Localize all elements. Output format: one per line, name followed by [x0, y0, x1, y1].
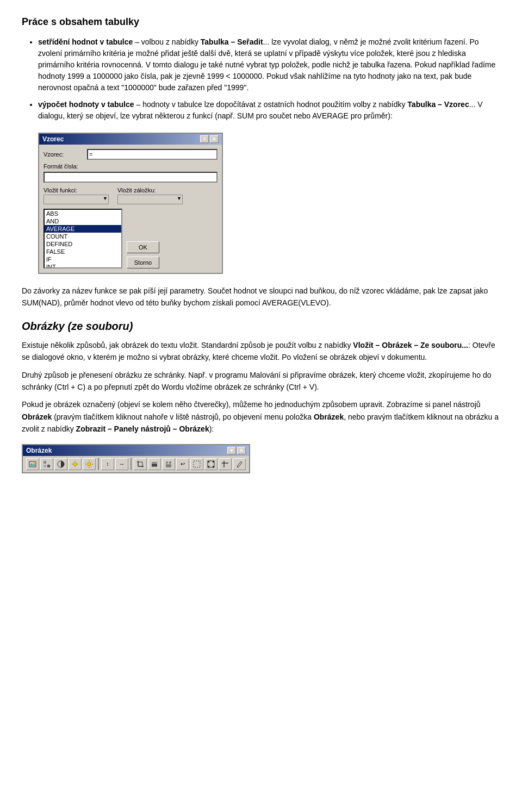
vlozit-funkci-label: Vložit funkci: [44, 187, 109, 193]
svg-point-8 [73, 463, 77, 466]
svg-point-13 [88, 463, 91, 466]
toolbar-obrazek-titlebar: Obrázek ▼ ✕ [23, 445, 249, 456]
svg-point-2 [33, 461, 35, 464]
sorting-bold2: Tabulka – Seřadit [201, 38, 263, 46]
svg-rect-37 [208, 461, 209, 463]
calc-bold: výpočet hodnoty v tabulce [38, 100, 134, 109]
section-obrazky-title: Obrázky (ze souboru) [22, 320, 500, 333]
toolbar-lineweight-button[interactable] [148, 458, 161, 470]
bullet-calc: výpočet hodnoty v tabulce – hodnoty v ta… [38, 99, 500, 122]
obrazky-para1: Existuje několik způsobů, jak obrázek do… [22, 339, 500, 364]
svg-line-21 [87, 466, 88, 466]
dialog-vzorec-titlebar: Vzorec ? ✕ [39, 134, 222, 145]
dialog-action-buttons: OK Storno [127, 209, 159, 268]
func-false[interactable]: FALSE [45, 248, 121, 255]
func-abs[interactable]: ABS [45, 210, 121, 217]
vlozit-funkci-select[interactable] [44, 195, 109, 204]
svg-rect-4 [47, 461, 50, 464]
func-average[interactable]: AVERAGE [45, 225, 121, 233]
obrazky-para3: Pokud je obrázek označený (objeví se kol… [22, 398, 500, 435]
svg-rect-40 [213, 466, 214, 467]
dialog-vzorec: Vzorec ? ✕ Vzorec: Formát čísla: Vložit … [38, 133, 223, 274]
vlozit-funkci-select-wrapper: ▼ [44, 195, 109, 204]
dialog-titlebar-buttons: ? ✕ [200, 135, 219, 143]
toolbar-textwrap-button[interactable] [162, 458, 175, 470]
toolbar-format-button[interactable] [204, 458, 217, 470]
obrazek-bold2: Obrázek [314, 413, 344, 421]
dialog-vzorec-title: Vzorec [42, 135, 64, 143]
toolbar-contrast-button[interactable] [54, 458, 67, 470]
toolbar-reset-button[interactable]: ↩ [176, 458, 189, 470]
svg-rect-38 [213, 461, 214, 463]
toolbar-crop2-button[interactable] [219, 458, 232, 470]
paragraph-after-dialog: Do závorky za název funkce se pak píší j… [22, 285, 500, 309]
svg-rect-35 [194, 461, 200, 467]
calc-text: výpočet hodnoty v tabulce – hodnoty v ta… [38, 100, 483, 120]
toolbar-close-button[interactable]: ✕ [237, 447, 246, 454]
func-and[interactable]: AND [45, 217, 121, 225]
func-row: Vložit funkci: ▼ Vložit záložku: [44, 187, 217, 204]
dialog-close-button[interactable]: ✕ [210, 135, 219, 143]
vzorec-row: Vzorec: [44, 149, 217, 160]
sorting-text: setřídění hodnot v tabulce – volbou z na… [38, 38, 495, 92]
vlozit-zalozku-select-wrapper: ▼ [117, 195, 183, 204]
svg-line-20 [91, 461, 91, 462]
dialog-help-button[interactable]: ? [200, 135, 209, 143]
function-listbox[interactable]: ABS AND AVERAGE COUNT DEFINED FALSE IF I… [44, 209, 122, 268]
format-input[interactable] [44, 172, 217, 183]
ok-button[interactable]: OK [127, 241, 159, 253]
svg-marker-44 [237, 461, 242, 467]
svg-rect-6 [47, 465, 50, 467]
vlozit-zalozku-col: Vložit záložku: ▼ [117, 187, 183, 204]
bullet-sorting: setřídění hodnot v tabulce – volbou z na… [38, 36, 500, 93]
toolbar-obrazek-body: ↕ ↔ ↩ [23, 456, 249, 472]
format-input-row [44, 172, 217, 183]
toolbar-brightness-button[interactable] [69, 458, 82, 470]
func-if[interactable]: IF [45, 255, 121, 263]
svg-rect-5 [44, 465, 46, 467]
vzorec-label: Vzorec: [44, 151, 87, 158]
listbox-buttons-row: ABS AND AVERAGE COUNT DEFINED FALSE IF I… [44, 209, 217, 268]
dialog-vzorec-body: Vzorec: Formát čísla: Vložit funkci: ▼ [39, 145, 222, 273]
dialog-vzorec-container: Vzorec ? ✕ Vzorec: Formát čísla: Vložit … [38, 133, 500, 274]
svg-rect-29 [166, 461, 168, 464]
svg-rect-39 [208, 466, 209, 467]
svg-line-18 [87, 461, 88, 462]
storno-button[interactable]: Storno [127, 257, 159, 268]
toolbar-obrazek-container: Obrázek ▼ ✕ ↕ ↔ [22, 444, 500, 473]
toolbar-title-buttons: ▼ ✕ [227, 447, 246, 454]
format-row: Formát čísla: [44, 163, 217, 170]
toolbar-obrazek-title: Obrázek [26, 447, 52, 454]
vlozit-zalozku-arrow-icon: ▼ [177, 196, 182, 201]
vlozit-funkci-arrow-icon: ▼ [103, 196, 108, 201]
vlozit-zalozku-select[interactable] [117, 195, 183, 204]
toolbar-separator2 [130, 458, 132, 470]
toolbar-insert-image-button[interactable] [26, 458, 39, 470]
toolbar-separator1 [98, 458, 99, 470]
toolbar-color-button[interactable] [40, 458, 53, 470]
vlozit-obrazek-bold: Vložit – Obrázek – Ze souboru... [353, 341, 468, 349]
sorting-bold: setřídění hodnot v tabulce [38, 38, 133, 46]
calc-bold2: Tabulka – Vzorec [407, 100, 469, 109]
func-int[interactable]: INT [45, 263, 121, 268]
vlozit-zalozku-label: Vložit záložku: [117, 187, 183, 193]
page-heading: Práce s obsahem tabulky [22, 16, 500, 28]
toolbar-pencil-button[interactable] [233, 458, 246, 470]
vzorec-input[interactable] [87, 149, 217, 160]
format-label: Formát čísla: [44, 163, 87, 170]
toolbar-flip-v-button[interactable]: ↕ [101, 458, 114, 470]
func-count[interactable]: COUNT [45, 233, 121, 240]
svg-rect-3 [44, 461, 46, 464]
obrazek-bold3: Zobrazit – Panely nástrojů – Obrázek [76, 424, 209, 433]
func-defined[interactable]: DEFINED [45, 240, 121, 248]
obrazky-para2: Druhý způsob je přenesení obrázku ze sch… [22, 369, 500, 393]
toolbar-brightness2-button[interactable] [83, 458, 96, 470]
main-bullet-list: setřídění hodnot v tabulce – volbou z na… [38, 36, 500, 122]
toolbar-dropdown-button[interactable]: ▼ [227, 447, 236, 454]
obrazek-bold1: Obrázek [22, 413, 52, 421]
vlozit-funkci-col: Vložit funkci: ▼ [44, 187, 109, 204]
svg-marker-1 [29, 463, 36, 466]
toolbar-crop-button[interactable] [134, 458, 147, 470]
toolbar-transparent-button[interactable] [190, 458, 203, 470]
toolbar-flip-h-button[interactable]: ↔ [115, 458, 128, 470]
